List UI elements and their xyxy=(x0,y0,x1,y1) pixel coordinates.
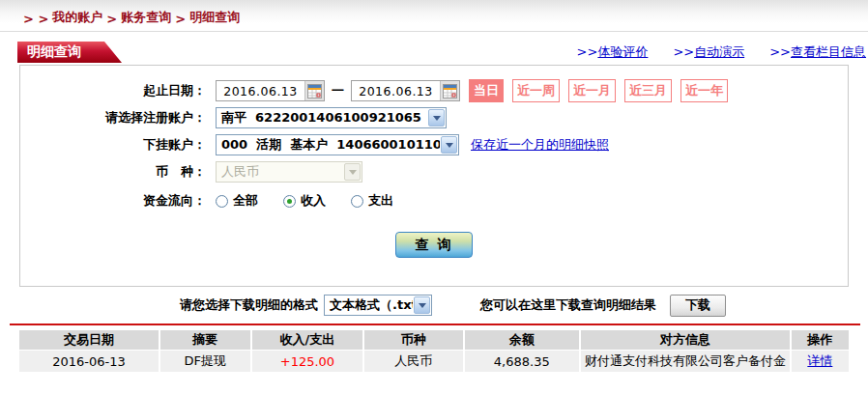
radio-label: 支出 xyxy=(368,192,393,210)
breadcrumb-separator: > xyxy=(106,12,117,26)
radio-icon xyxy=(351,195,363,208)
col-header-summary: 摘要 xyxy=(160,330,250,350)
date-to-input[interactable]: 2016.06.13 xyxy=(351,80,460,101)
query-form-panel: 起止日期： 2016.06.13 一 2016.06.13 xyxy=(19,65,849,287)
col-header-date: 交易日期 xyxy=(19,330,159,350)
cell-amount: +125.00 xyxy=(252,351,362,372)
table-row: 2016-06-13 DF提现 +125.00 人民币 4,688.35 财付通… xyxy=(19,351,849,372)
flow-option-expense[interactable]: 支出 xyxy=(351,192,393,210)
query-button-row: 查 询 xyxy=(20,232,848,258)
chevron-down-icon xyxy=(441,136,457,154)
sub-account-select[interactable]: 000 活期 基本户 1406600101102571848 xyxy=(216,134,459,155)
chevron-down-icon xyxy=(344,163,361,181)
download-format-label: 请您选择下载明细的格式 xyxy=(180,296,318,314)
cell-summary: DF提现 xyxy=(160,351,250,372)
radio-checked-icon xyxy=(283,195,296,208)
download-button[interactable]: 下载 xyxy=(670,295,726,317)
link-prefix: >> xyxy=(577,44,598,59)
quick-range-week-button[interactable]: 近一周 xyxy=(512,79,560,102)
date-from-value: 2016.06.13 xyxy=(217,84,304,98)
currency-select: 人民币 xyxy=(216,161,362,183)
download-hint: 您可以在这里下载查询明细结果 xyxy=(480,296,656,314)
flow-option-all[interactable]: 全部 xyxy=(216,192,258,210)
chevron-down-icon xyxy=(428,109,445,127)
quick-range-month-button[interactable]: 近一月 xyxy=(568,79,616,102)
date-range-label: 起止日期： xyxy=(20,82,206,99)
download-row: 请您选择下载明细的格式 文本格式（.txt） 您可以在这里下载查询明细结果 下载 xyxy=(0,294,868,317)
quick-range-today-button[interactable]: 当日 xyxy=(469,79,504,102)
breadcrumb-bar: > > 我的账户 > 账务查询 > 明细查询 xyxy=(0,0,868,32)
cell-counterparty: 财付通支付科技有限公司客户备付金 xyxy=(581,351,790,372)
tab-title: 明细查询 xyxy=(27,43,81,61)
date-separator: 一 xyxy=(332,82,344,99)
link-label: 体验评价 xyxy=(597,44,648,59)
cell-currency: 人民币 xyxy=(364,351,463,372)
cell-action: 详情 xyxy=(792,351,849,372)
col-header-counterparty: 对方信息 xyxy=(581,330,790,350)
quick-range-year-button[interactable]: 近一年 xyxy=(680,79,728,102)
detail-link[interactable]: 详情 xyxy=(807,353,832,368)
link-label: 查看栏目信息 xyxy=(791,44,866,59)
sub-account-label: 下挂账户： xyxy=(20,136,206,154)
link-prefix: >> xyxy=(673,44,694,59)
calendar-icon[interactable] xyxy=(440,81,459,100)
date-from-input[interactable]: 2016.06.13 xyxy=(216,80,325,101)
currency-value: 人民币 xyxy=(217,163,343,181)
radio-label: 收入 xyxy=(301,192,326,210)
sub-account-value: 000 活期 基本户 1406600101102571848 xyxy=(217,136,440,154)
auto-demo-link[interactable]: >>自动演示 xyxy=(673,43,744,61)
transaction-table: 交易日期 摘要 收入/支出 币种 余额 对方信息 操作 2016-06-13 D… xyxy=(17,329,851,373)
sub-account-row: 下挂账户： 000 活期 基本户 1406600101102571848 保存近… xyxy=(20,133,848,156)
query-button[interactable]: 查 询 xyxy=(395,232,473,258)
col-header-currency: 币种 xyxy=(364,330,463,350)
table-header-row: 交易日期 摘要 收入/支出 币种 余额 对方信息 操作 xyxy=(19,330,849,350)
date-to-value: 2016.06.13 xyxy=(352,84,440,98)
section-header: 明细查询 >>体验评价 >>自动演示 >>查看栏目信息 xyxy=(0,42,868,63)
cell-date: 2016-06-13 xyxy=(19,351,159,372)
cell-balance: 4,688.35 xyxy=(465,351,579,372)
link-prefix: >> xyxy=(769,44,791,59)
breadcrumb-item-my-account[interactable]: 我的账户 xyxy=(52,9,102,26)
register-account-select[interactable]: 南平 6222001406100921065 灵通卡 xyxy=(216,107,447,128)
breadcrumb-prefix: > > xyxy=(23,12,48,26)
currency-label: 币 种： xyxy=(20,163,206,181)
link-label: 自动演示 xyxy=(694,44,744,59)
date-range-row: 起止日期： 2016.06.13 一 2016.06.13 xyxy=(20,79,848,102)
col-header-amount: 收入/支出 xyxy=(252,330,362,350)
download-format-value: 文本格式（.txt） xyxy=(325,296,413,314)
save-snapshot-link[interactable]: 保存近一个月的明细快照 xyxy=(471,136,609,154)
calendar-icon[interactable] xyxy=(304,81,324,100)
column-info-link[interactable]: >>查看栏目信息 xyxy=(769,43,866,61)
quick-range-3months-button[interactable]: 近三月 xyxy=(624,79,672,102)
breadcrumb-separator: > xyxy=(175,12,186,26)
register-account-row: 请选择注册账户： 南平 6222001406100921065 灵通卡 xyxy=(20,106,848,129)
radio-label: 全部 xyxy=(233,192,258,210)
fund-flow-label: 资金流向： xyxy=(20,192,206,210)
col-header-balance: 余额 xyxy=(465,330,579,350)
register-account-label: 请选择注册账户： xyxy=(20,109,206,127)
breadcrumb-item-detail-query[interactable]: 明细查询 xyxy=(189,9,240,26)
flow-option-income[interactable]: 收入 xyxy=(283,192,326,210)
breadcrumb-item-account-query[interactable]: 账务查询 xyxy=(121,9,171,26)
download-format-select[interactable]: 文本格式（.txt） xyxy=(324,295,432,316)
currency-row: 币 种： 人民币 xyxy=(20,160,848,183)
radio-icon xyxy=(216,195,228,208)
register-account-value: 南平 6222001406100921065 灵通卡 xyxy=(217,109,427,127)
red-divider xyxy=(10,324,860,325)
chevron-down-icon xyxy=(414,296,430,314)
experience-feedback-link[interactable]: >>体验评价 xyxy=(577,43,649,61)
tab-detail-query[interactable]: 明细查询 xyxy=(17,42,122,63)
fund-flow-row: 资金流向： 全部 收入 支出 xyxy=(20,189,848,212)
header-links: >>体验评价 >>自动演示 >>查看栏目信息 xyxy=(577,43,868,61)
col-header-action: 操作 xyxy=(792,330,849,350)
